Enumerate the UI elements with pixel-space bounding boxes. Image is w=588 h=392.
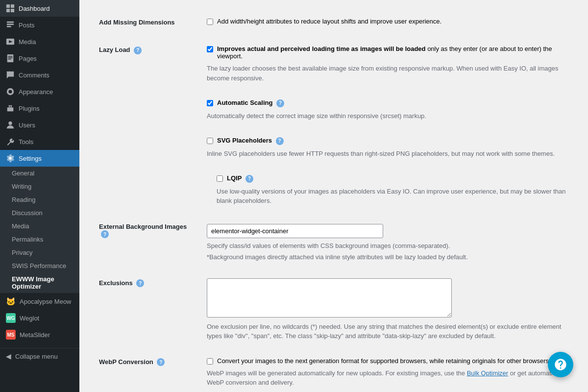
submenu-reading[interactable]: Reading — [0, 193, 79, 206]
sidebar-item-pages-label: Pages — [19, 55, 37, 62]
help-icon-webp[interactable]: ? — [157, 358, 165, 366]
sidebar-item-plugins-label: Plugins — [19, 105, 40, 112]
sidebar-item-apocalypse[interactable]: 🐱 Apocalypse Meow — [0, 293, 79, 310]
exclusions-desc: One exclusion per line, no wildcards (*)… — [207, 322, 568, 341]
svg-rect-18 — [8, 105, 10, 106]
sidebar-item-users[interactable]: Users — [0, 117, 79, 133]
svg-rect-4 — [7, 22, 14, 23]
sidebar-item-plugins[interactable]: Plugins — [0, 100, 79, 117]
checkbox-add-missing-label[interactable]: Add width/height attributes to reduce la… — [217, 18, 441, 25]
sidebar-item-posts[interactable]: Posts — [0, 17, 79, 33]
submenu-ewww[interactable]: EWWW Image Optimizer — [0, 272, 79, 293]
help-icon-svg[interactable]: ? — [276, 137, 284, 145]
settings-icon — [6, 154, 15, 163]
svg-rect-5 — [7, 24, 14, 25]
sidebar-item-weglot[interactable]: WG Weglot — [0, 310, 79, 326]
apocalypse-icon: 🐱 — [6, 296, 16, 306]
checkbox-lqip-label[interactable]: LQIP ? — [227, 174, 253, 183]
row-lazy-load: Lazy Load ? Improves actual and perceive… — [89, 37, 578, 91]
checkbox-row-autoscaling: Automatic Scaling ? — [207, 99, 568, 107]
help-icon-external-bg[interactable]: ? — [101, 230, 109, 238]
checkbox-lazy-label[interactable]: Improves actual and perceived loading ti… — [217, 45, 568, 60]
svg-rect-6 — [7, 26, 11, 27]
sidebar-item-comments[interactable]: Comments — [0, 67, 79, 83]
help-icon-lazy-load[interactable]: ? — [134, 47, 142, 54]
row-add-missing-dimensions: Add Missing Dimensions Add width/height … — [89, 10, 578, 37]
svg-rect-0 — [6, 4, 10, 8]
checkbox-lazy-load[interactable] — [207, 46, 213, 52]
svg-point-14 — [8, 90, 12, 93]
help-icon-exclusions[interactable]: ? — [136, 279, 144, 287]
external-bg-input[interactable] — [207, 224, 383, 238]
lazy-load-desc: The lazy loader chooses the best availab… — [207, 64, 568, 83]
checkbox-row-svg: SVG Placeholders ? — [207, 137, 568, 145]
label-exclusions: Exclusions ? — [99, 278, 197, 288]
help-fab-icon — [554, 358, 567, 371]
submenu-discussion[interactable]: Discussion — [0, 206, 79, 220]
svg-rect-11 — [8, 57, 13, 58]
dashboard-icon — [6, 4, 15, 13]
sidebar-item-comments-label: Comments — [19, 72, 49, 79]
comments-icon — [6, 71, 15, 79]
help-icon-lqip[interactable]: ? — [245, 175, 253, 183]
plugins-icon — [6, 104, 15, 113]
label-webp-conversion: WebP Conversion ? — [99, 357, 197, 367]
webp-desc2: *GIF to WebP conversion requires an acti… — [207, 390, 568, 392]
control-lqip: LQIP ? Use low-quality versions of your … — [207, 174, 568, 206]
submenu-media[interactable]: Media — [0, 220, 79, 233]
sidebar-item-posts-label: Posts — [19, 22, 35, 29]
collapse-menu-button[interactable]: ◀ Collapse menu — [0, 348, 79, 364]
sidebar-item-dashboard-label: Dashboard — [19, 5, 50, 12]
bulk-optimizer-link[interactable]: Bulk Optimizer — [467, 369, 509, 377]
autoscaling-desc: Automatically detect the correct image s… — [207, 111, 568, 121]
checkbox-row-add-missing: Add width/height attributes to reduce la… — [207, 18, 568, 25]
svg-rect-1 — [11, 4, 14, 8]
sidebar-item-appearance[interactable]: Appearance — [0, 83, 79, 100]
checkbox-webp-label[interactable]: Convert your images to the next generati… — [217, 357, 551, 365]
label-external-bg: External Background Images ? — [99, 222, 197, 239]
control-add-missing-dimensions: Add width/height attributes to reduce la… — [207, 18, 568, 29]
row-svg-placeholders: SVG Placeholders ? Inline SVG placeholde… — [89, 129, 578, 167]
sidebar-item-tools[interactable]: Tools — [0, 133, 79, 150]
checkbox-autoscaling-label[interactable]: Automatic Scaling ? — [217, 99, 284, 107]
sidebar-item-pages[interactable]: Pages — [0, 50, 79, 67]
checkbox-lqip[interactable] — [217, 175, 223, 182]
submenu-writing[interactable]: Writing — [0, 180, 79, 193]
main-content: Add Missing Dimensions Add width/height … — [79, 0, 588, 392]
checkbox-add-missing[interactable] — [207, 19, 213, 25]
help-icon-autoscaling[interactable]: ? — [276, 99, 284, 107]
settings-submenu: General Writing Reading Discussion Media… — [0, 167, 79, 293]
submenu-swis[interactable]: SWIS Performance — [0, 259, 79, 272]
submenu-privacy[interactable]: Privacy — [0, 246, 79, 259]
sidebar-item-media[interactable]: Media — [0, 33, 79, 50]
submenu-general[interactable]: General — [0, 167, 79, 180]
label-lqip — [99, 174, 197, 175]
sidebar-item-appearance-label: Appearance — [19, 88, 53, 96]
sidebar-item-metaslider[interactable]: MS MetaSlider — [0, 326, 79, 343]
sidebar-item-settings[interactable]: Settings — [0, 150, 79, 167]
svg-rect-10 — [8, 56, 13, 57]
control-webp-conversion: Convert your images to the next generati… — [207, 357, 568, 392]
sidebar: Dashboard Posts Media Pages Comments App… — [0, 0, 79, 392]
checkbox-automatic-scaling[interactable] — [207, 100, 213, 106]
users-icon — [6, 121, 15, 129]
sidebar-item-dashboard[interactable]: Dashboard — [0, 0, 79, 17]
exclusions-textarea[interactable] — [207, 278, 452, 318]
checkbox-svg-placeholders[interactable] — [207, 138, 213, 144]
label-lazy-load: Lazy Load ? — [99, 45, 197, 54]
label-svg-placeholders — [99, 137, 197, 138]
collapse-icon: ◀ — [6, 352, 11, 360]
checkbox-svg-label[interactable]: SVG Placeholders ? — [217, 137, 284, 145]
checkbox-webp[interactable] — [207, 358, 213, 365]
sidebar-item-tools-label: Tools — [19, 138, 33, 146]
sidebar-item-settings-label: Settings — [19, 155, 42, 162]
lqip-desc: Use low-quality versions of your images … — [217, 187, 568, 206]
collapse-label: Collapse menu — [15, 353, 58, 360]
svg-placeholders-desc: Inline SVG placeholders use fewer HTTP r… — [207, 149, 568, 159]
control-exclusions: One exclusion per line, no wildcards (*)… — [207, 278, 568, 341]
svg-rect-15 — [7, 107, 14, 111]
submenu-permalinks[interactable]: Permalinks — [0, 233, 79, 246]
control-automatic-scaling: Automatic Scaling ? Automatically detect… — [207, 99, 568, 121]
external-bg-desc1: Specify class/id values of elements with… — [207, 241, 568, 251]
help-fab-button[interactable] — [548, 352, 573, 377]
